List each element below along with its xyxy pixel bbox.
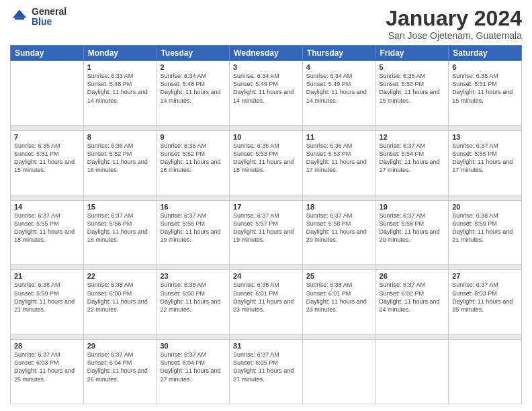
- calendar-cell: 24Sunrise: 6:38 AM Sunset: 6:01 PM Dayli…: [230, 270, 303, 334]
- day-number: 11: [306, 133, 372, 141]
- day-number: 10: [233, 133, 299, 141]
- day-number: 21: [14, 272, 80, 280]
- day-number: 8: [87, 133, 153, 141]
- separator-cell: [302, 125, 375, 130]
- day-info: Sunrise: 6:37 AM Sunset: 5:57 PM Dayligh…: [233, 212, 299, 244]
- week-row-5: 28Sunrise: 6:37 AM Sunset: 6:03 PM Dayli…: [11, 340, 522, 404]
- separator-cell: [302, 265, 375, 270]
- separator-cell: [83, 125, 157, 130]
- calendar-cell: 31Sunrise: 6:37 AM Sunset: 6:05 PM Dayli…: [230, 340, 303, 404]
- day-number: 13: [452, 133, 518, 141]
- day-info: Sunrise: 6:37 AM Sunset: 5:58 PM Dayligh…: [380, 212, 445, 244]
- separator-row-3: [11, 265, 522, 270]
- separator-cell: [11, 125, 84, 130]
- day-info: Sunrise: 6:36 AM Sunset: 5:53 PM Dayligh…: [233, 142, 299, 175]
- week-row-3: 14Sunrise: 6:37 AM Sunset: 5:55 PM Dayli…: [11, 200, 522, 265]
- calendar-cell: 25Sunrise: 6:38 AM Sunset: 6:01 PM Dayli…: [302, 270, 375, 334]
- day-info: Sunrise: 6:38 AM Sunset: 6:01 PM Dayligh…: [306, 281, 372, 314]
- day-info: Sunrise: 6:37 AM Sunset: 6:04 PM Dayligh…: [87, 351, 153, 383]
- day-info: Sunrise: 6:37 AM Sunset: 6:02 PM Dayligh…: [380, 281, 445, 314]
- calendar-cell: 14Sunrise: 6:37 AM Sunset: 5:55 PM Dayli…: [11, 200, 84, 265]
- calendar-cell: 30Sunrise: 6:37 AM Sunset: 6:04 PM Dayli…: [157, 340, 230, 404]
- separator-cell: [375, 125, 449, 130]
- day-info: Sunrise: 6:37 AM Sunset: 5:56 PM Dayligh…: [87, 212, 153, 244]
- separator-row-4: [11, 334, 522, 340]
- separator-cell: [157, 195, 230, 200]
- day-number: 15: [87, 203, 153, 211]
- header: General Blue January 2024 San Jose Ojete…: [10, 7, 522, 41]
- calendar-cell: 23Sunrise: 6:38 AM Sunset: 6:00 PM Dayli…: [157, 270, 230, 334]
- calendar-cell: 27Sunrise: 6:37 AM Sunset: 6:03 PM Dayli…: [449, 270, 522, 334]
- day-number: 7: [14, 133, 80, 141]
- logo-blue-text: Blue: [32, 17, 66, 27]
- separator-cell: [83, 265, 157, 270]
- logo: General Blue: [10, 7, 66, 28]
- header-sunday: Sunday: [11, 46, 84, 61]
- calendar-cell: 17Sunrise: 6:37 AM Sunset: 5:57 PM Dayli…: [230, 200, 303, 265]
- day-info: Sunrise: 6:37 AM Sunset: 6:03 PM Dayligh…: [452, 281, 518, 314]
- calendar-cell: 28Sunrise: 6:37 AM Sunset: 6:03 PM Dayli…: [11, 340, 84, 404]
- page: General Blue January 2024 San Jose Ojete…: [0, 0, 532, 411]
- day-info: Sunrise: 6:38 AM Sunset: 6:00 PM Dayligh…: [160, 281, 226, 314]
- day-number: 9: [160, 133, 226, 141]
- calendar-cell: 4Sunrise: 6:34 AM Sunset: 5:49 PM Daylig…: [302, 61, 375, 126]
- separator-cell: [449, 125, 522, 130]
- day-number: 26: [380, 272, 445, 280]
- day-number: 4: [306, 63, 372, 71]
- logo-text: General Blue: [32, 7, 66, 28]
- weekday-header-row: Sunday Monday Tuesday Wednesday Thursday…: [11, 46, 522, 61]
- week-row-4: 21Sunrise: 6:38 AM Sunset: 5:59 PM Dayli…: [11, 270, 522, 334]
- calendar-cell: 26Sunrise: 6:37 AM Sunset: 6:02 PM Dayli…: [375, 270, 449, 334]
- separator-cell: [11, 334, 84, 340]
- separator-cell: [83, 195, 157, 200]
- day-info: Sunrise: 6:38 AM Sunset: 6:01 PM Dayligh…: [233, 281, 299, 314]
- day-number: 24: [233, 272, 299, 280]
- day-number: 2: [160, 63, 226, 71]
- day-info: Sunrise: 6:35 AM Sunset: 5:51 PM Dayligh…: [14, 142, 80, 175]
- week-row-2: 7Sunrise: 6:35 AM Sunset: 5:51 PM Daylig…: [11, 130, 522, 195]
- calendar-cell: 7Sunrise: 6:35 AM Sunset: 5:51 PM Daylig…: [11, 130, 84, 195]
- calendar-cell: [302, 340, 375, 404]
- separator-cell: [449, 195, 522, 200]
- day-info: Sunrise: 6:35 AM Sunset: 5:51 PM Dayligh…: [452, 72, 518, 105]
- day-info: Sunrise: 6:36 AM Sunset: 5:52 PM Dayligh…: [87, 142, 153, 175]
- day-info: Sunrise: 6:38 AM Sunset: 6:00 PM Dayligh…: [87, 281, 153, 314]
- day-number: 19: [380, 203, 445, 211]
- day-info: Sunrise: 6:38 AM Sunset: 5:59 PM Dayligh…: [452, 212, 518, 244]
- day-number: 16: [160, 203, 226, 211]
- calendar-cell: [375, 340, 449, 404]
- calendar-cell: 21Sunrise: 6:38 AM Sunset: 5:59 PM Dayli…: [11, 270, 84, 334]
- day-info: Sunrise: 6:34 AM Sunset: 5:48 PM Dayligh…: [160, 72, 226, 105]
- calendar-cell: 10Sunrise: 6:36 AM Sunset: 5:53 PM Dayli…: [230, 130, 303, 195]
- logo-general-text: General: [32, 7, 66, 17]
- day-info: Sunrise: 6:38 AM Sunset: 5:59 PM Dayligh…: [14, 281, 80, 314]
- separator-cell: [157, 265, 230, 270]
- calendar-cell: 3Sunrise: 6:34 AM Sunset: 5:49 PM Daylig…: [230, 61, 303, 126]
- day-info: Sunrise: 6:34 AM Sunset: 5:49 PM Dayligh…: [233, 72, 299, 105]
- separator-cell: [11, 265, 84, 270]
- calendar-cell: 13Sunrise: 6:37 AM Sunset: 5:55 PM Dayli…: [449, 130, 522, 195]
- day-number: 14: [14, 203, 80, 211]
- separator-cell: [230, 334, 303, 340]
- day-info: Sunrise: 6:37 AM Sunset: 5:55 PM Dayligh…: [452, 142, 518, 175]
- calendar-cell: 29Sunrise: 6:37 AM Sunset: 6:04 PM Dayli…: [83, 340, 157, 404]
- day-number: 17: [233, 203, 299, 211]
- title-block: January 2024 San Jose Ojetenam, Guatemal…: [386, 7, 522, 41]
- calendar-cell: 20Sunrise: 6:38 AM Sunset: 5:59 PM Dayli…: [449, 200, 522, 265]
- day-info: Sunrise: 6:35 AM Sunset: 5:50 PM Dayligh…: [380, 72, 445, 105]
- calendar-cell: 2Sunrise: 6:34 AM Sunset: 5:48 PM Daylig…: [157, 61, 230, 126]
- separator-cell: [230, 125, 303, 130]
- separator-row-1: [11, 125, 522, 130]
- separator-cell: [449, 334, 522, 340]
- calendar-cell: 12Sunrise: 6:37 AM Sunset: 5:54 PM Dayli…: [375, 130, 449, 195]
- day-number: 27: [452, 272, 518, 280]
- calendar-cell: 6Sunrise: 6:35 AM Sunset: 5:51 PM Daylig…: [449, 61, 522, 126]
- calendar-cell: 8Sunrise: 6:36 AM Sunset: 5:52 PM Daylig…: [83, 130, 157, 195]
- header-tuesday: Tuesday: [157, 46, 230, 61]
- calendar-cell: 19Sunrise: 6:37 AM Sunset: 5:58 PM Dayli…: [375, 200, 449, 265]
- day-info: Sunrise: 6:37 AM Sunset: 5:56 PM Dayligh…: [160, 212, 226, 244]
- day-number: 30: [160, 342, 226, 350]
- calendar-cell: 5Sunrise: 6:35 AM Sunset: 5:50 PM Daylig…: [375, 61, 449, 126]
- separator-cell: [83, 334, 157, 340]
- calendar-cell: 16Sunrise: 6:37 AM Sunset: 5:56 PM Dayli…: [157, 200, 230, 265]
